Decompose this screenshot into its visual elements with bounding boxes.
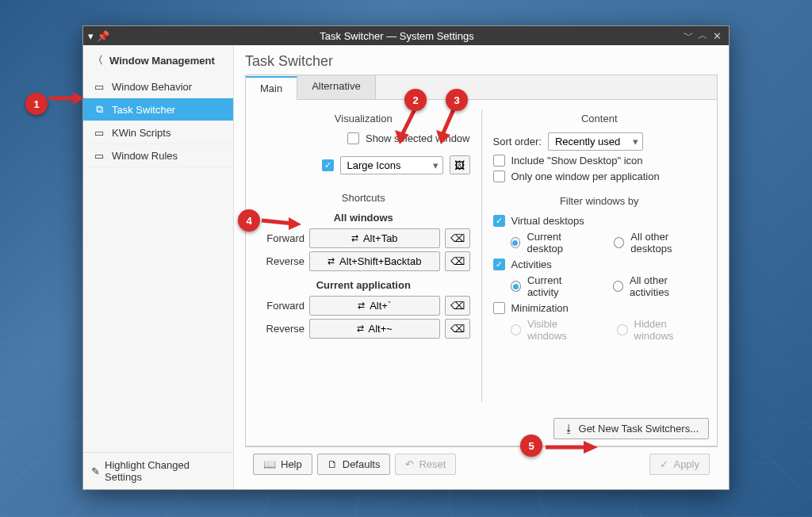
vdesk-checkbox[interactable] (493, 215, 505, 227)
arrow-5 (544, 438, 599, 457)
maximize-button[interactable]: ︿ (695, 29, 710, 43)
vdesk-other-label: All other desktops (630, 231, 706, 255)
all-forward-shortcut[interactable]: ⇄Alt+Tab (309, 228, 440, 248)
callout-4: 4 (238, 209, 260, 232)
min-checkbox[interactable] (493, 302, 505, 314)
act-label: Activities (511, 258, 552, 270)
backspace-icon: ⌫ (450, 255, 465, 267)
defaults-icon: 🗋 (327, 458, 338, 470)
apply-label: Apply (673, 458, 699, 470)
sidebar-item-label: Window Rules (112, 150, 178, 162)
sidebar: 〈 Window Management ▭ Window Behavior ⧉ … (83, 45, 234, 489)
forward-label: Forward (257, 300, 304, 312)
vdesk-other-radio[interactable] (614, 237, 624, 248)
image-icon: 🖼 (454, 159, 465, 171)
arrow-3 (435, 106, 462, 147)
vertical-divider (481, 109, 482, 402)
act-current-radio[interactable] (511, 281, 521, 292)
reset-label: Reset (419, 458, 446, 470)
sidebar-header-label: Window Management (109, 55, 215, 67)
callout-5: 5 (520, 435, 542, 457)
one-per-app-checkbox[interactable] (493, 170, 505, 182)
swap-icon: ⇄ (351, 233, 358, 243)
sidebar-back[interactable]: 〈 Window Management (83, 45, 233, 75)
get-new-button[interactable]: ⭳ Get New Task Switchers... (553, 418, 709, 439)
pencil-icon: ✎ (91, 465, 100, 477)
close-button[interactable]: ✕ (710, 30, 724, 42)
help-label: Help (281, 458, 302, 470)
help-icon: 📖 (263, 458, 276, 470)
content-heading: Content (493, 113, 707, 124)
sort-order-select[interactable]: Recently used (548, 132, 643, 151)
chevron-left-icon: 〈 (93, 53, 103, 67)
act-other-radio[interactable] (613, 281, 623, 292)
act-other-label: All other activities (630, 274, 706, 298)
highlight-label: Highlight Changed Settings (105, 459, 225, 483)
act-current-label: Current activity (527, 274, 592, 298)
include-desktop-checkbox[interactable] (493, 155, 505, 167)
sort-order-label: Sort order: (493, 136, 542, 147)
effect-preview-button[interactable]: 🖼 (450, 155, 470, 174)
act-checkbox[interactable] (493, 258, 505, 270)
reverse-label: Reverse (257, 255, 304, 267)
backspace-icon: ⌫ (450, 300, 465, 312)
one-per-app-label: Only one window per application (511, 170, 660, 182)
include-desktop-label: Include "Show Desktop" icon (511, 155, 643, 167)
cur-forward-shortcut[interactable]: ⇄Alt+` (309, 296, 440, 316)
cur-forward-clear[interactable]: ⌫ (445, 296, 470, 316)
swap-icon: ⇄ (358, 301, 365, 311)
effect-select[interactable]: Large Icons (340, 156, 443, 174)
cur-reverse-clear[interactable]: ⌫ (445, 319, 470, 339)
tabs: Main Alternative (246, 75, 717, 100)
callout-1: 1 (25, 93, 48, 115)
min-row: Minimization (493, 302, 707, 314)
sort-order-value: Recently used (555, 136, 620, 147)
defaults-button[interactable]: 🗋 Defaults (317, 454, 391, 475)
sidebar-item-window-behavior[interactable]: ▭ Window Behavior (83, 75, 233, 98)
show-selected-checkbox[interactable] (347, 132, 359, 144)
effect-select-value: Large Icons (347, 159, 401, 171)
app-menu-icon[interactable]: ▾ (88, 30, 94, 42)
reverse-label: Reverse (257, 323, 304, 335)
get-new-label: Get New Task Switchers... (579, 423, 699, 435)
all-reverse-clear[interactable]: ⌫ (445, 251, 470, 271)
callout-2: 2 (404, 89, 427, 111)
sidebar-item-kwin-scripts[interactable]: ▭ KWin Scripts (83, 121, 233, 144)
help-button[interactable]: 📖 Help (253, 454, 312, 475)
pin-icon[interactable]: 📌 (97, 30, 109, 42)
current-app-heading: Current application (257, 279, 470, 291)
content-box: Main Alternative Visualization Show sele… (245, 75, 718, 446)
filter-heading: Filter windows by (493, 195, 707, 207)
all-reverse-shortcut[interactable]: ⇄Alt+Shift+Backtab (309, 251, 440, 271)
vdesk-current-radio[interactable] (511, 237, 521, 248)
cur-reverse-row: Reverse ⇄Alt+~ ⌫ (257, 319, 470, 339)
cur-reverse-shortcut[interactable]: ⇄Alt+~ (309, 319, 440, 339)
vdesk-radio-row: Current desktop All other desktops (511, 231, 707, 255)
task-switcher-icon: ⧉ (93, 103, 105, 116)
rules-icon: ▭ (93, 149, 105, 162)
titlebar[interactable]: ▾ 📌 Task Switcher — System Settings ﹀ ︿ … (83, 26, 729, 45)
min-radio-row: Visible windows Hidden windows (511, 318, 707, 342)
sidebar-item-task-switcher[interactable]: ⧉ Task Switcher (83, 98, 233, 121)
one-per-app-row: Only one window per application (493, 170, 707, 182)
tab-alternative[interactable]: Alternative (297, 75, 375, 99)
swap-icon: ⇄ (357, 324, 364, 334)
arrow-4 (260, 213, 303, 232)
backspace-icon: ⌫ (450, 232, 465, 244)
page-title: Task Switcher (245, 53, 718, 70)
sidebar-item-window-rules[interactable]: ▭ Window Rules (83, 144, 233, 167)
nav-list: ▭ Window Behavior ⧉ Task Switcher ▭ KWin… (83, 75, 233, 167)
effect-enabled-checkbox[interactable] (322, 159, 334, 171)
cur-forward-row: Forward ⇄Alt+` ⌫ (257, 296, 470, 316)
minimize-button[interactable]: ﹀ (681, 29, 695, 43)
min-hidden-label: Hidden windows (634, 318, 707, 342)
all-forward-clear[interactable]: ⌫ (445, 228, 470, 248)
min-hidden-radio (617, 324, 627, 335)
script-icon: ▭ (93, 126, 105, 139)
forward-label: Forward (257, 232, 304, 244)
check-icon: ✓ (660, 458, 668, 470)
callout-3: 3 (446, 89, 468, 111)
tab-main[interactable]: Main (246, 76, 297, 100)
vdesk-current-label: Current desktop (527, 231, 594, 255)
highlight-changed-button[interactable]: ✎ Highlight Changed Settings (83, 452, 233, 489)
